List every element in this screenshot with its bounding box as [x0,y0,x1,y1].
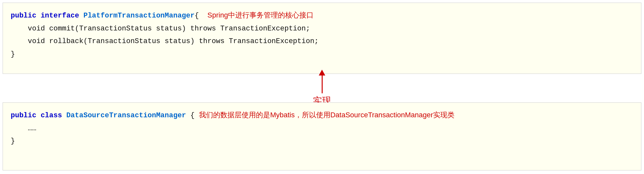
comment-spring-core: Spring中进行事务管理的核心接口 [207,9,314,22]
code-line-2: void commit(TransactionStatus status) th… [11,22,633,35]
brace-close-2: } [11,135,15,148]
bottom-code-line-1: public class DataSourceTransactionManage… [11,109,633,122]
code-rollback: void rollback(TransactionStatus status) … [11,35,319,48]
top-code-box: public interface PlatformTransactionMana… [3,3,641,74]
brace-open-2: { [186,109,199,122]
bottom-code-box: public class DataSourceTransactionManage… [3,102,641,170]
keyword-interface: interface [40,9,83,22]
arrow-container [319,70,325,93]
arrow-area: 实现 [3,74,641,102]
class-platform-transaction-manager: PlatformTransactionManager [83,9,194,22]
code-commit: void commit(TransactionStatus status) th… [11,22,310,35]
keyword-public-1: public [11,9,40,22]
code-line-3: void rollback(TransactionStatus status) … [11,35,633,48]
comment-mybatis: 我们的数据层使用的是Mybatis，所以使用DataSourceTransact… [199,109,454,122]
code-line-4: } [11,48,633,61]
brace-open-1: { [195,9,208,22]
arrow-line [322,75,323,93]
class-datasource-transaction-manager: DataSourceTransactionManager [66,109,186,122]
code-ellipsis: …… [11,122,36,135]
bottom-code-line-2: …… [11,122,633,135]
code-line-1: public interface PlatformTransactionMana… [11,9,633,22]
keyword-public-2: public [11,109,40,122]
arrow-head-up [319,70,325,75]
brace-close-1: } [11,48,15,61]
bottom-code-line-3: } [11,135,633,148]
keyword-class: class [40,109,66,122]
